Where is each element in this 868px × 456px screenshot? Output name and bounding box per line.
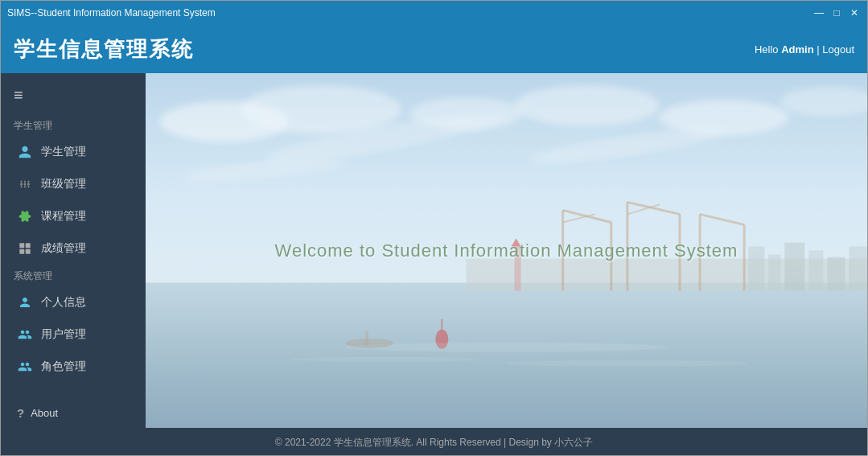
about-icon: ? — [17, 406, 24, 420]
window-controls: — □ ✕ — [812, 6, 861, 19]
maximize-button[interactable]: □ — [830, 6, 843, 19]
course-mgmt-label: 课程管理 — [41, 209, 86, 224]
svg-rect-53 — [365, 331, 368, 346]
harbor-background: Welcome to Student Information Managemen… — [146, 73, 867, 428]
welcome-text: Welcome to Student Information Managemen… — [275, 240, 738, 261]
greeting-text: Hello — [755, 43, 779, 55]
svg-rect-8 — [28, 186, 30, 188]
svg-rect-39 — [748, 246, 764, 290]
svg-point-20 — [515, 85, 660, 125]
main-layout: ≡ 学生管理 学生管理 班级管理 课程管理 成绩管理 系统管 — [1, 73, 867, 428]
about-button[interactable]: ? About — [1, 398, 146, 428]
title-bar: SIMS--Student Information Management Sys… — [1, 1, 867, 25]
sidebar-item-student-mgmt[interactable]: 学生管理 — [1, 136, 146, 168]
personal-icon — [17, 294, 33, 310]
svg-point-49 — [345, 343, 668, 352]
user-info-area: Hello Admin | Logout — [755, 43, 854, 55]
grade-icon — [17, 240, 33, 257]
sidebar-item-role-mgmt[interactable]: 角色管理 — [1, 351, 146, 383]
sidebar-item-grade-mgmt[interactable]: 成绩管理 — [1, 232, 146, 265]
role-mgmt-label: 角色管理 — [41, 359, 86, 374]
svg-rect-44 — [849, 246, 867, 290]
personal-info-label: 个人信息 — [41, 295, 86, 310]
svg-rect-6 — [21, 186, 23, 188]
svg-rect-4 — [24, 181, 26, 183]
svg-rect-15 — [26, 249, 31, 254]
username-text: Admin — [781, 43, 813, 55]
class-mgmt-label: 班级管理 — [41, 177, 86, 191]
logout-link[interactable]: Logout — [822, 43, 854, 55]
svg-point-2 — [27, 183, 30, 186]
svg-rect-27 — [466, 259, 867, 291]
role-icon — [17, 359, 33, 375]
class-icon — [17, 176, 33, 192]
user-mgmt-icon — [17, 327, 33, 343]
svg-point-51 — [289, 357, 483, 362]
minimize-button[interactable]: — — [812, 6, 825, 19]
svg-point-0 — [20, 183, 23, 186]
svg-rect-40 — [768, 255, 780, 291]
svg-rect-3 — [21, 181, 23, 183]
svg-rect-14 — [19, 249, 24, 254]
svg-rect-42 — [808, 251, 823, 291]
sidebar-item-user-mgmt[interactable]: 用户管理 — [1, 318, 146, 351]
close-button[interactable]: ✕ — [848, 6, 861, 19]
svg-point-52 — [345, 339, 393, 348]
svg-point-18 — [241, 85, 401, 134]
svg-point-50 — [507, 360, 749, 367]
sidebar-item-class-mgmt[interactable]: 班级管理 — [1, 168, 146, 200]
student-section-label: 学生管理 — [1, 114, 146, 136]
sidebar-item-personal-info[interactable]: 个人信息 — [1, 286, 146, 318]
svg-point-1 — [24, 183, 27, 186]
student-mgmt-label: 学生管理 — [41, 145, 86, 159]
content-area: Welcome to Student Information Managemen… — [146, 73, 867, 428]
svg-rect-43 — [827, 257, 845, 291]
about-label: About — [31, 407, 58, 419]
course-icon — [17, 208, 33, 224]
svg-rect-13 — [26, 243, 31, 248]
app-title: 学生信息管理系统 — [14, 35, 194, 64]
grade-mgmt-label: 成绩管理 — [41, 241, 86, 256]
system-section-label: 系统管理 — [1, 265, 146, 286]
svg-rect-12 — [19, 243, 24, 248]
hamburger-button[interactable]: ≡ — [1, 80, 146, 114]
user-mgmt-label: 用户管理 — [41, 327, 86, 342]
app-header: 学生信息管理系统 Hello Admin | Logout — [1, 25, 867, 73]
svg-rect-41 — [784, 242, 804, 290]
svg-rect-7 — [24, 186, 26, 188]
student-icon — [17, 144, 33, 160]
footer: © 2021-2022 学生信息管理系统. All Rights Reserve… — [1, 428, 867, 456]
svg-rect-26 — [146, 283, 867, 428]
sidebar: ≡ 学生管理 学生管理 班级管理 课程管理 成绩管理 系统管 — [1, 73, 146, 428]
sidebar-item-course-mgmt[interactable]: 课程管理 — [1, 200, 146, 232]
svg-rect-5 — [28, 181, 30, 183]
footer-text: © 2021-2022 学生信息管理系统. All Rights Reserve… — [275, 436, 593, 450]
window-title: SIMS--Student Information Management Sys… — [7, 7, 216, 18]
svg-point-21 — [660, 100, 788, 135]
